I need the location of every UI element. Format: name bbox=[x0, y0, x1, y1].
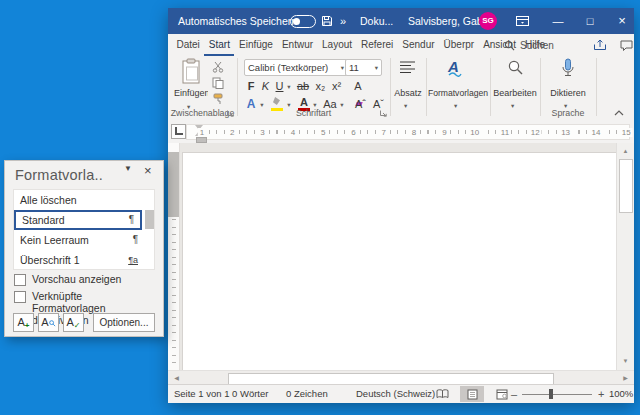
ruler-number: 11 bbox=[499, 128, 511, 137]
editing-label: Bearbeiten bbox=[490, 88, 540, 98]
ruler-number: 3 bbox=[258, 128, 266, 137]
checkbox-icon[interactable] bbox=[14, 291, 26, 303]
style-item[interactable]: Standard¶ bbox=[14, 210, 142, 230]
zoom-level[interactable]: 100% bbox=[609, 385, 633, 403]
horizontal-scrollbar[interactable]: ◀ ▶ bbox=[168, 370, 634, 385]
left-indent-marker[interactable] bbox=[196, 137, 207, 143]
maximize-button[interactable]: □ bbox=[576, 8, 604, 34]
style-inspector-button[interactable]: A bbox=[38, 313, 59, 332]
save-icon[interactable] bbox=[321, 15, 333, 27]
styles-pane-menu-icon[interactable]: ▼ bbox=[124, 164, 132, 173]
new-style-button[interactable]: A+ bbox=[13, 313, 34, 332]
bold-button[interactable]: F bbox=[244, 78, 258, 94]
font-name-value: Calibri (Textkörper) bbox=[248, 62, 328, 73]
superscript-button[interactable]: x² bbox=[329, 78, 344, 94]
copy-icon[interactable] bbox=[212, 77, 224, 89]
italic-button[interactable]: K bbox=[259, 78, 272, 94]
user-name[interactable]: Salvisberg, Gaby bbox=[408, 8, 488, 34]
read-mode-button[interactable] bbox=[430, 386, 454, 402]
print-layout-button[interactable] bbox=[460, 386, 484, 402]
checkbox-icon[interactable] bbox=[14, 274, 26, 286]
ruler-number: 8 bbox=[410, 128, 418, 137]
horizontal-scrollbar-thumb[interactable] bbox=[228, 373, 554, 385]
ruler-number: 1 bbox=[198, 128, 206, 137]
tab-layout[interactable]: Layout bbox=[318, 34, 357, 56]
subscript-button[interactable]: x₂ bbox=[313, 78, 328, 94]
strikethrough-button[interactable]: ab bbox=[295, 78, 311, 94]
paste-button[interactable]: Einfügen bbox=[174, 58, 208, 87]
search-box[interactable]: Suchen bbox=[504, 34, 554, 56]
vertical-ruler-margin bbox=[168, 152, 179, 217]
scroll-right-icon[interactable]: ▶ bbox=[618, 371, 633, 385]
language-group-label: Sprache bbox=[540, 108, 596, 118]
styles-icon: A bbox=[448, 58, 462, 77]
scroll-up-icon[interactable]: ▲ bbox=[617, 144, 634, 159]
chevron-down-icon bbox=[341, 60, 344, 75]
options-button[interactable]: Optionen... bbox=[93, 313, 155, 332]
magnifier-icon bbox=[49, 320, 56, 327]
font-dialog-launcher-icon[interactable] bbox=[379, 109, 388, 118]
tab-selector-button[interactable] bbox=[171, 124, 186, 139]
tab-einfuegen[interactable]: Einfüge bbox=[234, 34, 277, 56]
vertical-scrollbar-thumb[interactable] bbox=[619, 159, 633, 213]
style-item[interactable]: Kein Leerraum¶ bbox=[14, 230, 154, 250]
quick-access-overflow-icon[interactable]: » bbox=[340, 8, 346, 34]
zoom-in-button[interactable]: + bbox=[598, 385, 604, 403]
preview-checkbox-label: Vorschau anzeigen bbox=[32, 273, 121, 286]
cut-icon[interactable] bbox=[212, 61, 224, 73]
char-count[interactable]: 0 Zeichen bbox=[286, 385, 328, 403]
style-item-label: Standard bbox=[22, 214, 65, 226]
tab-ueberpruefen[interactable]: Überpr bbox=[439, 34, 479, 56]
paragraph-label: Absatz bbox=[390, 88, 426, 98]
document-page[interactable] bbox=[182, 152, 618, 371]
tab-start[interactable]: Start bbox=[204, 34, 234, 56]
preview-checkbox-row[interactable]: Vorschau anzeigen bbox=[14, 273, 121, 286]
zoom-slider-thumb[interactable] bbox=[549, 389, 553, 399]
search-icon bbox=[504, 40, 515, 51]
clear-formatting-button[interactable]: A bbox=[351, 78, 365, 94]
page-info[interactable]: Seite 1 von 1 bbox=[174, 385, 229, 403]
tab-sendungen[interactable]: Sendur bbox=[398, 34, 439, 56]
tab-referenzen[interactable]: Referei bbox=[357, 34, 398, 56]
close-button[interactable]: × bbox=[608, 8, 636, 34]
collapse-ribbon-icon[interactable] bbox=[614, 110, 624, 116]
manage-styles-button[interactable]: A✓ bbox=[63, 313, 84, 332]
language-status[interactable]: Deutsch (Schweiz) bbox=[356, 385, 435, 403]
ribbon-tabs: Datei Start Einfüge Entwur Layout Refere… bbox=[172, 34, 549, 56]
format-painter-icon[interactable] bbox=[212, 93, 225, 105]
comments-icon[interactable] bbox=[620, 40, 633, 51]
clipboard-dialog-launcher-icon[interactable] bbox=[226, 109, 235, 118]
zoom-out-button[interactable]: – bbox=[511, 385, 517, 403]
chevron-down-icon bbox=[287, 79, 290, 95]
check-icon: ✓ bbox=[74, 321, 81, 330]
search-label: Suchen bbox=[520, 40, 554, 51]
font-name-select[interactable]: Calibri (Textkörper) bbox=[244, 59, 348, 76]
minimize-button[interactable]: — bbox=[544, 8, 572, 34]
autosave-toggle[interactable] bbox=[290, 15, 316, 28]
style-item[interactable]: Überschrift 1¶a bbox=[14, 250, 154, 270]
tab-entwurf[interactable]: Entwur bbox=[277, 34, 317, 56]
paragraph-lines-icon bbox=[399, 60, 416, 76]
horizontal-ruler-band: 123456789101112131415 bbox=[186, 124, 630, 140]
group-separator bbox=[390, 58, 391, 116]
style-item-label: Überschrift 1 bbox=[20, 254, 80, 266]
vertical-scrollbar[interactable]: ▲ ▼ bbox=[616, 143, 634, 370]
tab-datei[interactable]: Datei bbox=[172, 34, 204, 56]
document-title: Doku... bbox=[360, 8, 393, 34]
zoom-slider-track[interactable] bbox=[522, 394, 592, 396]
avatar[interactable]: SG bbox=[479, 12, 497, 30]
titlebar: Automatisches Speichern » Doku... Salvis… bbox=[168, 8, 634, 34]
styles-pane-close-icon[interactable]: × bbox=[144, 163, 152, 178]
style-item[interactable]: Alle löschen bbox=[14, 190, 154, 210]
scroll-down-icon[interactable]: ▼ bbox=[617, 354, 634, 369]
font-size-select[interactable]: 11 bbox=[345, 59, 382, 76]
share-icon[interactable] bbox=[593, 39, 607, 51]
word-count[interactable]: 0 Wörter bbox=[232, 385, 268, 403]
ruler-number: 5 bbox=[319, 128, 327, 137]
styles-list-scrollbar-thumb[interactable] bbox=[145, 210, 154, 229]
ruler-number: 7 bbox=[380, 128, 388, 137]
ruler-number: 15 bbox=[620, 128, 633, 137]
ribbon-display-options-icon[interactable] bbox=[516, 16, 529, 26]
scroll-left-icon[interactable]: ◀ bbox=[169, 371, 184, 385]
find-icon bbox=[507, 59, 524, 76]
